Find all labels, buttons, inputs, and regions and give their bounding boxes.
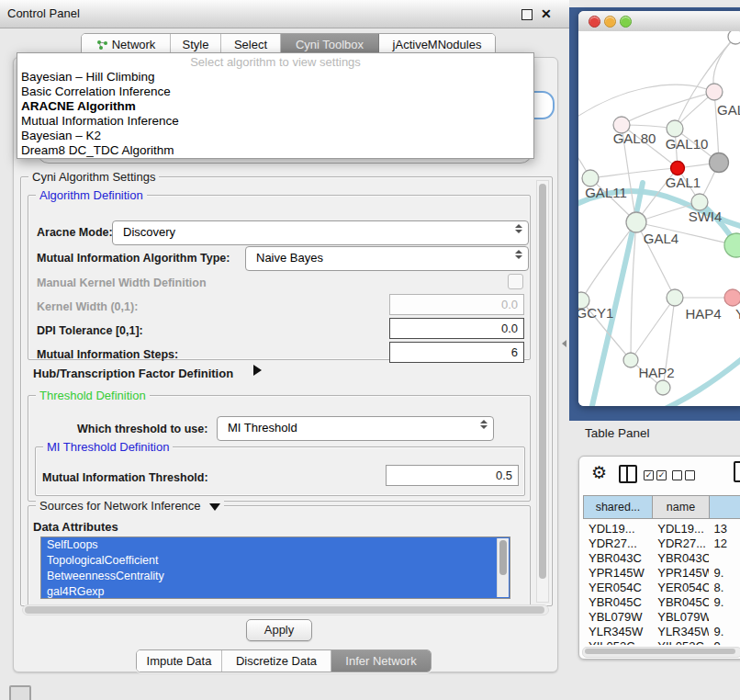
tab-impute-data-label: Impute Data [147,650,212,672]
table-cell[interactable]: 12 [709,536,740,551]
network-node[interactable] [656,380,670,395]
network-node-hap2[interactable] [623,353,638,367]
dpi-tolerance-field[interactable]: 0.0 [389,318,524,339]
table-row[interactable]: YLR345WYLR345W9. [583,625,740,639]
close-icon[interactable]: ✕ [541,6,552,21]
algorithm-option-2[interactable]: ARACNE Algorithm [17,99,533,114]
column-header-0[interactable]: shared... [583,495,653,519]
algorithm-option-3[interactable]: Mutual Information Inference [17,114,533,129]
table-cell[interactable] [709,551,740,566]
network-node-gal[interactable] [706,84,723,100]
table-cell[interactable]: YPR145W [583,566,652,581]
hub-definition-label[interactable]: Hub/Transcription Factor Definition [33,367,233,380]
table-cell[interactable]: 9 [709,639,740,645]
table-row[interactable]: YBL079WYBL079W [583,610,740,625]
table-cell[interactable]: YBL079W [652,610,708,625]
deselect-all-checkbox-icon[interactable] [672,470,682,480]
network-node-gal4[interactable] [626,212,646,232]
table-cell[interactable]: YIL052C [652,639,708,645]
network-node-gal10[interactable] [667,120,683,137]
attribute-item-0[interactable]: SelfLoops [41,537,510,553]
select-all-checkbox-icon[interactable]: ✓ [644,470,654,480]
table-row[interactable]: YDR27...YDR27...12 [583,536,740,551]
attributes-scrollbar[interactable] [497,538,509,597]
network-window-titlebar[interactable] [578,11,740,32]
collapsed-arrow-icon[interactable] [253,365,262,376]
aracne-mode-combo[interactable]: Discovery [112,220,529,245]
show-columns-icon[interactable] [619,465,637,483]
deselect-all-checkbox-icon-2[interactable] [685,470,695,480]
function-builder-icon[interactable] [734,461,740,482]
table-cell[interactable]: YLR345W [583,625,652,639]
algorithm-option-1[interactable]: Basic Correlation Inference [17,85,533,99]
algorithm-option-5[interactable]: Dream8 DC_TDC Algorithm [17,143,533,158]
algorithm-option-4[interactable]: Bayesian – K2 [17,129,533,143]
network-node-swi4[interactable] [724,233,740,257]
attribute-item-1[interactable]: TopologicalCoefficient [41,553,510,569]
settings-horizontal-scrollbar[interactable] [22,604,549,615]
table-row[interactable]: YPR145WYPR145W9. [583,566,740,581]
table-row[interactable]: YER054CYER054C8. [583,581,740,595]
tab-discretize-data[interactable]: Discretize Data [222,650,331,672]
network-edge[interactable] [590,168,678,178]
table-cell[interactable]: YLR345W [652,625,708,639]
settings-vertical-scrollbar[interactable] [536,180,549,603]
close-traffic-light-icon[interactable] [589,16,600,28]
table-horizontal-scrollbar[interactable] [582,647,740,658]
table-cell[interactable]: YER054C [652,581,708,595]
table-cell[interactable]: YDR27... [652,536,708,551]
table-cell[interactable]: YDL19... [583,522,652,536]
table-cell[interactable]: 13 [709,522,740,536]
apply-button[interactable]: Apply [246,619,312,641]
network-edge[interactable] [659,355,740,406]
splitter-handle-icon[interactable] [562,340,566,347]
table-row[interactable]: YBR045CYBR045C9. [583,595,740,610]
select-all-checkbox-icon-2[interactable]: ✓ [656,470,667,480]
table-cell[interactable]: YBR045C [583,595,652,610]
gear-icon[interactable]: ⚙ [591,462,607,483]
data-attributes-list[interactable]: SelfLoopsTopologicalCoefficientBetweenne… [40,536,510,599]
table-cell[interactable]: YDL19... [652,522,708,536]
attribute-item-2[interactable]: BetweennessCentrality [41,569,510,584]
table-cell[interactable] [709,610,740,625]
table-cell[interactable]: YDR27... [583,536,652,551]
network-canvas[interactable]: GALGAL80GAL10GAL11GAL1GAL4SWI4GCY1HAP4YH… [578,31,740,406]
table-cell[interactable]: 8. [709,581,740,595]
network-node-y[interactable] [724,289,740,306]
mi-threshold-field[interactable]: 0.5 [386,465,519,486]
network-node[interactable] [710,153,729,173]
mi-algorithm-type-combo[interactable]: Naive Bayes [245,246,529,271]
collapsed-panel-icon[interactable] [9,685,31,700]
table-cell[interactable]: YBR043C [583,551,652,566]
tab-infer-network[interactable]: Infer Network [331,650,431,672]
column-header-1[interactable]: name [653,495,710,519]
kernel-width-field[interactable]: 0.0 [389,294,524,315]
network-node[interactable] [728,31,740,44]
which-threshold-combo[interactable]: MI Threshold [217,416,494,441]
table-cell[interactable]: YIL052C [583,639,652,645]
table-cell[interactable]: YBR045C [652,595,708,610]
table-cell[interactable]: 9. [709,566,740,581]
table-cell[interactable]: YBL079W [583,610,652,625]
table-row[interactable]: YBR043CYBR043C [583,551,740,566]
table-row[interactable]: YDL19...YDL19...13 [583,522,740,536]
table-cell[interactable]: YBR043C [652,551,708,566]
minimize-traffic-light-icon[interactable] [604,16,616,28]
mi-steps-field[interactable]: 6 [389,342,524,363]
algorithm-option-0[interactable]: Bayesian – Hill Climbing [17,70,533,85]
network-node-hap4[interactable] [667,289,683,306]
sources-title[interactable]: Sources for Network Inference [36,499,224,513]
manual-kernel-width-checkbox[interactable] [508,274,523,289]
table-row[interactable]: YIL052CYIL052C9 [583,639,740,645]
column-header-2[interactable] [710,495,740,519]
zoom-traffic-light-icon[interactable] [620,16,632,28]
table-cell[interactable]: 9. [709,625,740,639]
table-cell[interactable]: 9. [709,595,740,610]
float-window-icon[interactable] [521,9,533,20]
tab-impute-data[interactable]: Impute Data [137,650,222,672]
network-node[interactable] [671,162,685,175]
network-edge[interactable] [622,92,714,125]
attribute-item-3[interactable]: gal4RGexp [41,584,510,599]
table-cell[interactable]: YPR145W [652,566,708,581]
table-cell[interactable]: YER054C [583,581,652,595]
